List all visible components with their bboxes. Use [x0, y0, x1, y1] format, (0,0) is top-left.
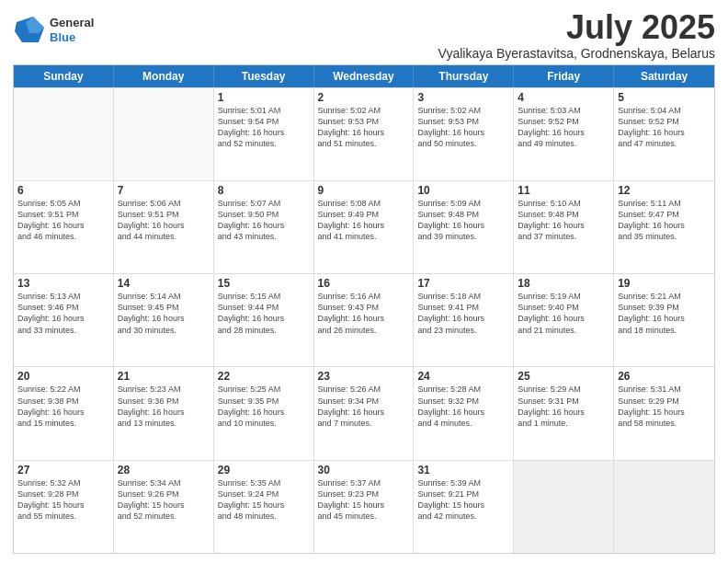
- calendar-header: SundayMondayTuesdayWednesdayThursdayFrid…: [14, 65, 714, 87]
- calendar-empty-cell: [514, 461, 614, 553]
- day-number: 16: [318, 277, 410, 290]
- day-number: 31: [417, 464, 509, 477]
- calendar-day-5: 5Sunrise: 5:04 AMSunset: 9:52 PMDaylight…: [614, 88, 714, 180]
- calendar-day-31: 31Sunrise: 5:39 AMSunset: 9:21 PMDayligh…: [414, 461, 514, 553]
- header: GeneralBlue July 2025 Vyalikaya Byerasta…: [13, 9, 715, 61]
- day-number: 18: [518, 277, 609, 290]
- subtitle: Vyalikaya Byerastavitsa, Grodnenskaya, B…: [438, 46, 715, 61]
- calendar-day-15: 15Sunrise: 5:15 AMSunset: 9:44 PMDayligh…: [214, 274, 314, 366]
- day-number: 28: [118, 464, 210, 477]
- day-details: Sunrise: 5:08 AMSunset: 9:49 PMDaylight:…: [318, 198, 410, 243]
- calendar-day-30: 30Sunrise: 5:37 AMSunset: 9:23 PMDayligh…: [314, 461, 415, 553]
- calendar-day-22: 22Sunrise: 5:25 AMSunset: 9:35 PMDayligh…: [214, 367, 314, 459]
- day-number: 23: [318, 370, 410, 383]
- day-details: Sunrise: 5:01 AMSunset: 9:54 PMDaylight:…: [218, 105, 310, 150]
- day-details: Sunrise: 5:25 AMSunset: 9:35 PMDaylight:…: [218, 384, 310, 429]
- calendar-day-2: 2Sunrise: 5:02 AMSunset: 9:53 PMDaylight…: [314, 88, 415, 180]
- calendar-day-26: 26Sunrise: 5:31 AMSunset: 9:29 PMDayligh…: [614, 367, 714, 459]
- calendar-day-6: 6Sunrise: 5:05 AMSunset: 9:51 PMDaylight…: [14, 181, 114, 273]
- calendar-empty-cell: [614, 461, 714, 553]
- calendar-day-25: 25Sunrise: 5:29 AMSunset: 9:31 PMDayligh…: [514, 367, 614, 459]
- calendar-day-17: 17Sunrise: 5:18 AMSunset: 9:41 PMDayligh…: [414, 274, 514, 366]
- day-details: Sunrise: 5:16 AMSunset: 9:43 PMDaylight:…: [318, 291, 410, 336]
- day-details: Sunrise: 5:09 AMSunset: 9:48 PMDaylight:…: [417, 198, 509, 243]
- calendar-day-23: 23Sunrise: 5:26 AMSunset: 9:34 PMDayligh…: [314, 367, 415, 459]
- header-day-tuesday: Tuesday: [214, 65, 314, 87]
- calendar-day-1: 1Sunrise: 5:01 AMSunset: 9:54 PMDaylight…: [214, 88, 314, 180]
- calendar-day-20: 20Sunrise: 5:22 AMSunset: 9:38 PMDayligh…: [14, 367, 114, 459]
- day-details: Sunrise: 5:03 AMSunset: 9:52 PMDaylight:…: [518, 105, 609, 150]
- day-details: Sunrise: 5:10 AMSunset: 9:48 PMDaylight:…: [518, 198, 609, 243]
- calendar-day-24: 24Sunrise: 5:28 AMSunset: 9:32 PMDayligh…: [414, 367, 514, 459]
- calendar-day-29: 29Sunrise: 5:35 AMSunset: 9:24 PMDayligh…: [214, 461, 314, 553]
- calendar-day-13: 13Sunrise: 5:13 AMSunset: 9:46 PMDayligh…: [14, 274, 114, 366]
- calendar-day-18: 18Sunrise: 5:19 AMSunset: 9:40 PMDayligh…: [514, 274, 614, 366]
- header-day-wednesday: Wednesday: [314, 65, 415, 87]
- day-number: 17: [417, 277, 509, 290]
- day-number: 22: [218, 370, 310, 383]
- calendar-week-2: 6Sunrise: 5:05 AMSunset: 9:51 PMDaylight…: [14, 180, 714, 273]
- header-day-monday: Monday: [114, 65, 214, 87]
- day-details: Sunrise: 5:19 AMSunset: 9:40 PMDaylight:…: [518, 291, 609, 336]
- calendar-day-11: 11Sunrise: 5:10 AMSunset: 9:48 PMDayligh…: [514, 181, 614, 273]
- header-day-friday: Friday: [514, 65, 614, 87]
- day-details: Sunrise: 5:31 AMSunset: 9:29 PMDaylight:…: [618, 384, 711, 429]
- day-number: 26: [618, 370, 711, 383]
- day-number: 11: [518, 184, 609, 197]
- logo-text: GeneralBlue: [50, 16, 94, 44]
- calendar-week-3: 13Sunrise: 5:13 AMSunset: 9:46 PMDayligh…: [14, 273, 714, 366]
- calendar-day-9: 9Sunrise: 5:08 AMSunset: 9:49 PMDaylight…: [314, 181, 415, 273]
- day-number: 12: [618, 184, 711, 197]
- day-number: 29: [218, 464, 310, 477]
- day-details: Sunrise: 5:28 AMSunset: 9:32 PMDaylight:…: [417, 384, 509, 429]
- day-details: Sunrise: 5:14 AMSunset: 9:45 PMDaylight:…: [118, 291, 210, 336]
- header-day-saturday: Saturday: [614, 65, 714, 87]
- logo-svg: [13, 13, 48, 48]
- calendar-day-28: 28Sunrise: 5:34 AMSunset: 9:26 PMDayligh…: [114, 461, 214, 553]
- day-number: 21: [118, 370, 210, 383]
- day-details: Sunrise: 5:23 AMSunset: 9:36 PMDaylight:…: [118, 384, 210, 429]
- day-number: 25: [518, 370, 609, 383]
- calendar-week-5: 27Sunrise: 5:32 AMSunset: 9:28 PMDayligh…: [14, 460, 714, 553]
- day-details: Sunrise: 5:22 AMSunset: 9:38 PMDaylight:…: [17, 384, 109, 429]
- day-details: Sunrise: 5:26 AMSunset: 9:34 PMDaylight:…: [318, 384, 410, 429]
- main-title: July 2025: [438, 9, 715, 46]
- calendar: SundayMondayTuesdayWednesdayThursdayFrid…: [13, 64, 715, 554]
- day-details: Sunrise: 5:07 AMSunset: 9:50 PMDaylight:…: [218, 198, 310, 243]
- day-details: Sunrise: 5:39 AMSunset: 9:21 PMDaylight:…: [417, 477, 509, 523]
- day-number: 24: [417, 370, 509, 383]
- page: GeneralBlue July 2025 Vyalikaya Byerasta…: [0, 0, 728, 563]
- calendar-day-3: 3Sunrise: 5:02 AMSunset: 9:53 PMDaylight…: [414, 88, 514, 180]
- day-number: 20: [17, 370, 109, 383]
- day-number: 15: [218, 277, 310, 290]
- day-number: 27: [17, 464, 109, 477]
- day-number: 3: [417, 91, 509, 104]
- day-number: 2: [318, 91, 410, 104]
- day-details: Sunrise: 5:15 AMSunset: 9:44 PMDaylight:…: [218, 291, 310, 336]
- day-number: 7: [118, 184, 210, 197]
- day-number: 6: [17, 184, 109, 197]
- day-details: Sunrise: 5:02 AMSunset: 9:53 PMDaylight:…: [417, 105, 509, 150]
- calendar-day-12: 12Sunrise: 5:11 AMSunset: 9:47 PMDayligh…: [614, 181, 714, 273]
- calendar-day-14: 14Sunrise: 5:14 AMSunset: 9:45 PMDayligh…: [114, 274, 214, 366]
- calendar-empty-cell: [114, 88, 214, 180]
- calendar-day-19: 19Sunrise: 5:21 AMSunset: 9:39 PMDayligh…: [614, 274, 714, 366]
- day-details: Sunrise: 5:37 AMSunset: 9:23 PMDaylight:…: [318, 477, 410, 523]
- day-number: 1: [218, 91, 310, 104]
- calendar-day-16: 16Sunrise: 5:16 AMSunset: 9:43 PMDayligh…: [314, 274, 415, 366]
- day-details: Sunrise: 5:32 AMSunset: 9:28 PMDaylight:…: [17, 477, 109, 523]
- day-details: Sunrise: 5:29 AMSunset: 9:31 PMDaylight:…: [518, 384, 609, 429]
- day-number: 19: [618, 277, 711, 290]
- day-number: 30: [318, 464, 410, 477]
- day-number: 4: [518, 91, 609, 104]
- day-details: Sunrise: 5:18 AMSunset: 9:41 PMDaylight:…: [417, 291, 509, 336]
- calendar-week-1: 1Sunrise: 5:01 AMSunset: 9:54 PMDaylight…: [14, 87, 714, 180]
- day-number: 14: [118, 277, 210, 290]
- day-details: Sunrise: 5:35 AMSunset: 9:24 PMDaylight:…: [218, 477, 310, 523]
- calendar-week-4: 20Sunrise: 5:22 AMSunset: 9:38 PMDayligh…: [14, 366, 714, 459]
- day-number: 13: [17, 277, 109, 290]
- day-details: Sunrise: 5:11 AMSunset: 9:47 PMDaylight:…: [618, 198, 711, 243]
- calendar-day-27: 27Sunrise: 5:32 AMSunset: 9:28 PMDayligh…: [14, 461, 114, 553]
- calendar-empty-cell: [14, 88, 114, 180]
- calendar-day-8: 8Sunrise: 5:07 AMSunset: 9:50 PMDaylight…: [214, 181, 314, 273]
